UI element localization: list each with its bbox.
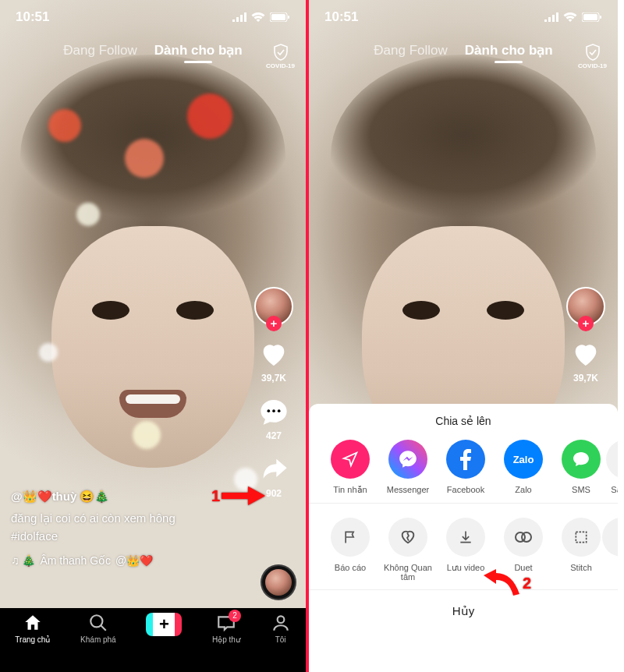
like-button[interactable]: 39,7K [570, 338, 601, 384]
svg-rect-2 [288, 16, 289, 19]
share-zalo[interactable]: Zalo Zalo [495, 440, 552, 495]
svg-rect-1 [271, 14, 285, 20]
cancel-button[interactable]: Hủy [309, 589, 618, 637]
nav-inbox-label: Hộp thư [212, 635, 240, 644]
share-sms[interactable]: SMS [552, 440, 610, 495]
share-messenger[interactable]: Messenger [379, 440, 437, 495]
nav-me-label: Tôi [275, 635, 286, 644]
nav-inbox[interactable]: 2 Hộp thư [212, 613, 240, 644]
covid-badge[interactable]: COVID-19 [266, 44, 295, 69]
facebook-icon [459, 448, 472, 470]
stitch-icon [573, 529, 589, 545]
nav-discover-label: Khám phá [80, 635, 116, 644]
search-icon [88, 613, 108, 633]
sound-row[interactable]: ♫ 🎄 Âm thanh Gốc @👑❤️ [11, 553, 236, 569]
tab-following[interactable]: Đang Follow [63, 43, 137, 58]
heart-icon [570, 338, 601, 370]
tab-following[interactable]: Đang Follow [374, 43, 448, 58]
sound-disc[interactable] [261, 564, 296, 600]
nav-me[interactable]: Tôi [271, 613, 291, 644]
cellular-icon [544, 12, 558, 22]
sms-icon [572, 450, 590, 469]
flag-icon [342, 529, 358, 545]
nav-create[interactable]: + [146, 613, 182, 636]
heart-icon [258, 338, 289, 370]
username[interactable]: @👑❤️thuỳ 😆🎄 [11, 488, 236, 506]
status-indicators [544, 12, 602, 22]
screenshot-right: 10:51 Đang Follow Dành cho bạn COVID-19 … [309, 0, 618, 672]
share-count: 902 [266, 488, 282, 499]
action-rail: + 39,7K [562, 287, 610, 384]
share-facebook-label: Facebook [447, 485, 484, 494]
svg-point-7 [277, 616, 284, 623]
svg-rect-13 [576, 532, 586, 542]
inbox-badge: 2 [229, 610, 241, 622]
action-report-label: Báo cáo [335, 563, 366, 572]
share-copy[interactable]: Sao Liê [610, 440, 618, 495]
action-stitch[interactable]: Stitch [552, 518, 610, 582]
action-more[interactable]: R [610, 518, 618, 582]
battery-icon [582, 12, 602, 22]
share-row-apps: Tin nhắn Messenger Facebook Zalo Zalo SM… [309, 435, 618, 503]
caption-hashtag[interactable]: #idolface [11, 528, 236, 546]
wifi-icon [563, 12, 577, 22]
nav-discover[interactable]: Khám phá [80, 613, 116, 644]
music-note-icon: ♫ 🎄 [11, 553, 35, 569]
share-row-actions: Báo cáo Không Quan tâm Lưu video Duet St… [309, 503, 618, 589]
share-dm[interactable]: Tin nhắn [321, 440, 379, 495]
send-icon [342, 451, 359, 468]
action-not-interested-label: Không Quan tâm [379, 563, 437, 582]
annotation-step-2: 2 [484, 569, 531, 597]
nav-home-label: Trang chủ [15, 635, 50, 644]
home-icon [23, 613, 43, 633]
like-button[interactable]: 39,7K [258, 338, 289, 384]
feed-tabs: Đang Follow Dành cho bạn [0, 42, 306, 58]
arrow-left-up-icon [484, 569, 521, 597]
duet-icon [514, 529, 533, 545]
tab-for-you[interactable]: Dành cho bạn [465, 42, 553, 58]
status-indicators [232, 12, 290, 22]
messenger-icon [398, 449, 418, 469]
svg-point-4 [272, 409, 275, 412]
follow-plus-icon[interactable]: + [578, 316, 594, 331]
action-report[interactable]: Báo cáo [321, 518, 379, 582]
bottom-nav: Trang chủ Khám phá + 2 Hộp thư Tôi [0, 608, 306, 672]
covid-badge[interactable]: COVID-19 [578, 44, 607, 69]
shield-icon [585, 44, 601, 61]
svg-point-6 [90, 615, 102, 627]
share-copy-label: Sao Liê [611, 485, 618, 494]
tab-for-you[interactable]: Dành cho bạn [154, 42, 243, 58]
shield-icon [273, 44, 289, 61]
share-zalo-label: Zalo [515, 485, 531, 494]
action-stitch-label: Stitch [570, 563, 592, 572]
profile-icon [271, 613, 291, 633]
svg-point-12 [522, 532, 531, 542]
follow-plus-icon[interactable]: + [266, 316, 282, 331]
comment-icon [258, 396, 289, 427]
share-dm-label: Tin nhắn [333, 485, 367, 495]
action-save-video-label: Lưu video [447, 563, 485, 573]
svg-point-5 [278, 409, 281, 412]
share-messenger-label: Messenger [387, 485, 429, 494]
caption-text: đăng lại coi có ai còn xem hông [11, 510, 236, 528]
svg-rect-9 [583, 14, 597, 20]
nav-home[interactable]: Trang chủ [15, 613, 50, 644]
like-count: 39,7K [573, 373, 598, 384]
cellular-icon [232, 12, 246, 22]
creator-avatar[interactable]: + [566, 287, 605, 326]
heart-broken-icon [399, 529, 417, 546]
creator-avatar[interactable]: + [254, 287, 293, 326]
wifi-icon [251, 12, 265, 22]
sound-name: Âm thanh Gốc [40, 553, 111, 569]
share-sms-label: SMS [572, 485, 590, 494]
battery-icon [270, 12, 290, 22]
svg-point-3 [268, 409, 271, 412]
status-time: 10:51 [324, 9, 358, 25]
sound-author: @👑❤️ [115, 553, 153, 569]
status-time: 10:51 [16, 9, 49, 25]
share-facebook[interactable]: Facebook [437, 440, 495, 495]
comment-button[interactable]: 427 [258, 396, 289, 441]
action-not-interested[interactable]: Không Quan tâm [379, 518, 437, 582]
svg-rect-10 [600, 16, 601, 19]
covid-label: COVID-19 [578, 62, 607, 69]
